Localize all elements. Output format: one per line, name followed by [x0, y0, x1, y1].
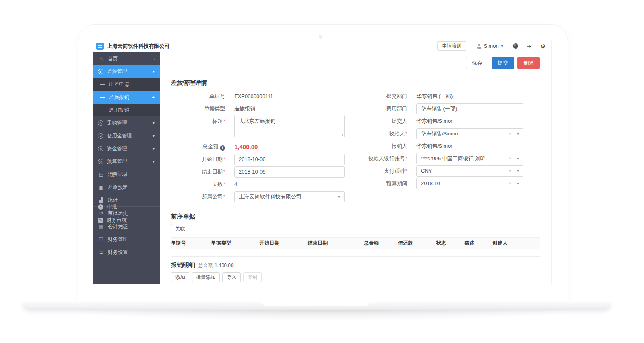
bill-type-label: 单据类型 — [171, 105, 225, 112]
submitter-row: 提交人华东销售/Simon — [357, 115, 523, 127]
briefcase-icon: ▣ — [98, 185, 104, 190]
bill-no-label: 单据号 — [171, 93, 225, 100]
company-row: 所属公司*上海云简软件科技有限公司▾ — [171, 190, 345, 203]
start-date-input[interactable]: 2018-10-06 — [234, 154, 345, 165]
sidebar-item-label: 统计 — [108, 197, 118, 204]
expense-total-label: 总金额 — [198, 263, 213, 268]
link-docs-button[interactable]: 关联 — [171, 224, 189, 233]
title-textarea[interactable]: 去北京差旅报销 — [234, 115, 345, 137]
sidebar-item[interactable]: —通用报销 — [93, 104, 160, 116]
chevron-down-icon[interactable]: ▾ — [517, 132, 519, 136]
sidebar-item[interactable]: ≣财务设置 — [93, 246, 160, 259]
end-date-row: 结束日期*2018-10-09 — [171, 165, 345, 178]
budget-period-select[interactable]: 2018-10×▾ — [416, 178, 523, 189]
table-column-header: 结束日期 — [308, 240, 364, 247]
bill-no-row: 单据号EXP0000000111 — [171, 90, 345, 102]
pay-currency-select[interactable]: CNY×▾ — [416, 165, 523, 177]
app-window: 上海云简软件科技有限公司 申请培训 Simon ▾ ⇥ ⚙ ⌂首页‹✈差旅管理▾… — [93, 40, 551, 284]
payee-bank-account-label: 收款人银行账号* — [357, 155, 407, 162]
chevron-down-icon[interactable]: ▾ — [517, 157, 519, 161]
table-column-header: 描述 — [464, 240, 492, 247]
budget-circle-icon: % — [98, 159, 103, 164]
company-label: 所属公司* — [171, 193, 225, 200]
reimburser-label: 报销人 — [357, 143, 407, 149]
dash-icon: — — [99, 108, 105, 112]
sidebar-item[interactable]: ❏财务管理 — [93, 233, 160, 246]
payee-bank-account-select[interactable]: ****2906 中国工商银行 刘昕×▾ — [416, 153, 523, 164]
payee-bank-account-row: 收款人银行账号*****2906 中国工商银行 刘昕×▾ — [357, 152, 523, 165]
chevron-down-icon[interactable]: ▾ — [517, 169, 519, 173]
sidebar-item[interactable]: ⌂首页‹ — [93, 52, 160, 65]
save-button[interactable]: 保存 — [466, 57, 488, 69]
delete-button[interactable]: 删除 — [517, 57, 540, 69]
laptop-notch — [262, 302, 369, 306]
days-value: 4 — [234, 181, 237, 187]
submit-dept-value: 华东销售 (一部) — [416, 93, 453, 100]
payee-select[interactable]: 华东销售/Simon×▾ — [416, 128, 523, 139]
sidebar-item[interactable]: ¥备用金管理▾ — [93, 129, 160, 142]
table-column-header: 状态 — [436, 240, 464, 247]
sidebar-item[interactable]: ▤消费记录 — [93, 168, 160, 181]
sidebar-item[interactable]: ▣差旅预定 — [93, 181, 160, 194]
clear-icon[interactable]: × — [509, 131, 511, 136]
start-date-row: 开始日期*2018-10-06 — [171, 153, 345, 165]
sidebar-item[interactable]: —出差申请 — [93, 78, 160, 91]
globe-icon[interactable] — [513, 43, 518, 49]
pay-currency-row: 支付币种*CNY×▾ — [357, 165, 523, 177]
required-asterisk: * — [223, 156, 225, 162]
budget-period-row: 预算期间2018-10×▾ — [357, 177, 523, 190]
laptop-screen: 上海云简软件科技有限公司 申请培训 Simon ▾ ⇥ ⚙ ⌂首页‹✈差旅管理▾… — [78, 25, 568, 302]
copy-icon: ❏ — [98, 237, 104, 242]
collapse-icon: ‹ — [153, 56, 155, 61]
detail-section-title: 差旅管理详情 — [171, 79, 540, 87]
sidebar-item-label: 差旅管理 — [107, 68, 127, 75]
add-button[interactable]: 添加 — [171, 272, 189, 282]
sidebar-item[interactable]: —差旅报销+ — [93, 91, 160, 104]
chevron-down-icon: ▾ — [152, 159, 155, 164]
chevron-down-icon: ▾ — [152, 146, 155, 151]
payee-label: 收款人* — [357, 130, 407, 137]
sidebar-item[interactable]: ✈差旅管理▾ — [93, 65, 160, 78]
settings-gear-icon[interactable]: ⚙ — [540, 43, 546, 49]
user-menu[interactable]: Simon ▾ — [477, 43, 503, 49]
sidebar-item-label: 采购管理 — [107, 120, 127, 127]
submit-button[interactable]: 提交 — [492, 57, 514, 69]
company-select[interactable]: 上海云简软件科技有限公司▾ — [234, 191, 345, 202]
copy-button: 复制 — [243, 272, 262, 282]
sign-out-icon[interactable]: ⇥ — [527, 43, 532, 49]
submit-dept-label: 提交部门 — [357, 93, 407, 100]
training-request-button[interactable]: 申请培训 — [437, 41, 466, 51]
clear-icon[interactable]: × — [509, 181, 511, 186]
book-icon: ≣ — [98, 250, 104, 255]
payee-row: 收款人*华东销售/Simon×▾ — [357, 127, 523, 140]
sidebar-item[interactable]: ▟统计 — [93, 194, 160, 206]
clear-icon[interactable]: × — [509, 169, 511, 174]
total-amount-value: 1,400.00 — [234, 143, 258, 150]
chevron-down-icon[interactable]: ▾ — [338, 195, 340, 199]
presequence-section-title: 前序单据 — [171, 213, 540, 220]
required-asterisk: * — [405, 131, 407, 137]
sidebar-item-label: 会计凭证 — [108, 223, 128, 230]
end-date-input[interactable]: 2018-10-09 — [234, 166, 345, 178]
sidebar-item-label: 财务管理 — [108, 236, 128, 243]
expense-dept-input[interactable]: 华东销售 (一部) — [416, 103, 523, 114]
sidebar-item[interactable]: %预算管理▾ — [93, 155, 160, 168]
sidebar-item-label: 差旅报销 — [109, 94, 129, 101]
table-column-header: 借还款 — [398, 240, 436, 247]
company-value: 上海云简软件科技有限公司 — [239, 193, 301, 200]
app-logo-icon — [96, 43, 104, 50]
required-asterisk: * — [223, 118, 225, 124]
funds-circle-icon: $ — [98, 146, 103, 151]
sidebar-item[interactable]: $资金管理▾ — [93, 142, 160, 155]
chevron-down-icon: ▾ — [152, 69, 155, 74]
expense-total-value: 1,400.00 — [215, 263, 234, 268]
budget-period-label: 预算期间 — [357, 180, 407, 187]
sidebar-item[interactable]: ◇采购管理▾ — [93, 116, 160, 129]
dash-icon: — — [99, 95, 105, 100]
clear-icon[interactable]: × — [509, 156, 511, 161]
sidebar-item-label: 审批历史 — [108, 210, 128, 217]
import-button[interactable]: 导入 — [222, 272, 241, 282]
chevron-down-icon[interactable]: ▾ — [517, 182, 519, 186]
bill-no-value: EXP0000000111 — [234, 93, 273, 99]
batch-add-button[interactable]: 批量添加 — [192, 272, 220, 282]
